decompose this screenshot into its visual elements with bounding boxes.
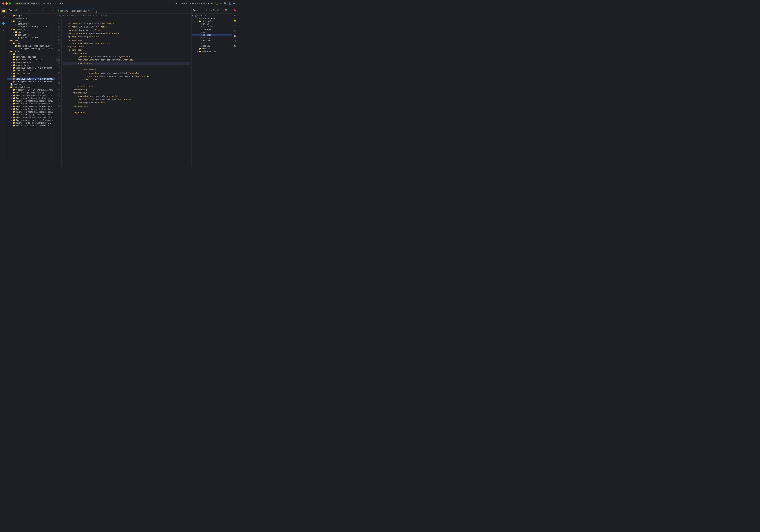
maven-lifecycle-clean[interactable]: ⊕ clean bbox=[192, 22, 232, 25]
settings-button[interactable]: ⚙ bbox=[233, 2, 235, 5]
sidebar-item-test[interactable]: ▾ 📂 test bbox=[7, 39, 55, 42]
search-button[interactable]: 🔍 bbox=[224, 2, 227, 5]
expand-icon[interactable]: ⤢ bbox=[48, 9, 51, 12]
sidebar-item-pomxml[interactable]: 📄 pom.xml bbox=[7, 83, 55, 86]
right-icon-maven-icon[interactable]: m bbox=[233, 28, 237, 33]
sidebar-item-maven-archiver[interactable]: ▶ 📁 maven-archiver bbox=[7, 61, 55, 64]
commit-icon[interactable]: ⎇ bbox=[1, 14, 7, 20]
maven-more-icon[interactable]: ⋯ bbox=[228, 9, 230, 12]
maximize-button[interactable] bbox=[9, 2, 11, 5]
right-icon-spring[interactable]: 🍃 bbox=[233, 44, 237, 48]
breadcrumb-exclusions[interactable]: exclusions bbox=[96, 15, 107, 17]
project-selector[interactable]: SB SpringBootStudy ▾ bbox=[14, 2, 40, 5]
sidebar-item-jackson2[interactable]: ▶ 📁 Maven: com.fasterxml.jackson.core:ja… bbox=[7, 100, 55, 102]
sidebar-item-war-original[interactable]: 📦 SpringBootStudy-0.0.1-SNAPSHOT.war.ori… bbox=[7, 80, 55, 83]
maven-stop-icon[interactable]: ⬛ bbox=[216, 9, 220, 12]
run-button[interactable]: ▶ bbox=[211, 2, 214, 5]
maven-refresh-icon[interactable]: ⟳ bbox=[206, 9, 208, 12]
more-button[interactable]: ⋯ bbox=[219, 2, 222, 5]
code-content-top[interactable]: <artifactId>SpringBootStudy</artifactId>… bbox=[62, 18, 191, 167]
breadcrumb-dependency[interactable]: dependency bbox=[82, 15, 94, 17]
maven-lifecycle-deploy[interactable]: ⊕ deploy bbox=[192, 45, 232, 47]
account-button[interactable]: 👤 bbox=[228, 2, 231, 5]
right-icon-structure[interactable]: ≡ bbox=[233, 13, 237, 18]
right-icon-database[interactable]: 🗄 bbox=[233, 39, 237, 43]
new-tab-button[interactable]: + bbox=[95, 11, 98, 13]
debug-button[interactable]: 🐛 bbox=[215, 2, 218, 5]
maven-search-icon[interactable]: 🔍 bbox=[225, 9, 228, 12]
maven-plugins-folder[interactable]: ▶ 📁 Plugins bbox=[192, 47, 232, 50]
sidebar-item-corretto[interactable]: ▶ 📁 < corretto-17 > /Users/eve/Library/J… bbox=[7, 89, 55, 91]
sidebar-item-extlibs[interactable]: ▾ 📂 External Libraries bbox=[7, 86, 55, 89]
sidebar-item-jackson5[interactable]: ▶ 📁 Maven: com.fasterxml.jackson.datatyp… bbox=[7, 108, 55, 111]
breadcrumb-dependencies[interactable]: dependencies bbox=[67, 15, 80, 17]
sidebar-item-templates[interactable]: ▶ 📁 templates bbox=[7, 33, 55, 36]
breadcrumb-project[interactable]: project bbox=[57, 15, 64, 17]
services-icon[interactable]: ⚙ bbox=[1, 27, 7, 33]
maven-debug-icon[interactable]: 🐛 bbox=[213, 9, 216, 12]
sidebar-item-logback2[interactable]: ▶ 📁 Maven: ch.qos.logback:logback-core:1… bbox=[7, 94, 55, 97]
sidebar-item-test-classes[interactable]: ▶ 📁 test-classes bbox=[7, 72, 55, 75]
sidebar-item-maven-status[interactable]: ▶ 📁 maven-status bbox=[7, 64, 55, 66]
version-control-selector[interactable]: Version control ▾ bbox=[43, 2, 63, 5]
sidebar-item-applicationyml[interactable]: 🍃 application.yml bbox=[7, 36, 55, 39]
sidebar-item-comexample[interactable]: ▾ 📂 com.example.springbootstudy bbox=[7, 45, 55, 47]
maven-lifecycle-test[interactable]: ⊕ test bbox=[192, 31, 232, 33]
sidebar-item-mysql[interactable]: ▶ 📁 Maven: com.mysql:mysql-connector-j:8… bbox=[7, 116, 55, 119]
maven-lifecycle-install[interactable]: ⊕ install bbox=[192, 39, 232, 42]
sidebar-item-testrunner[interactable]: ☕ TestRunner bbox=[7, 22, 55, 25]
maven-collapse-icon[interactable]: ↕ bbox=[220, 9, 222, 12]
sidebar-item-classes[interactable]: ▶ 📁 classes bbox=[7, 53, 55, 56]
maven-profiles[interactable]: ▶ 👤 Profiles bbox=[192, 14, 232, 17]
sidebar-item-logback1[interactable]: ▶ 📁 Maven: ch.qos.logback:logback-classi… bbox=[7, 91, 55, 94]
sidebar-item-vaadin[interactable]: ▶ 📁 Maven: com.vaadin.external.google:an… bbox=[7, 119, 55, 121]
maven-run-icon[interactable]: ▶ bbox=[211, 9, 213, 12]
cog-icon[interactable]: ⚙ bbox=[45, 9, 47, 12]
sidebar-item-springbootapp[interactable]: ☕ SpringBootStudyApplication bbox=[7, 25, 55, 28]
sidebar-item-snapshot-folder[interactable]: ▶ 📁 SpringBootStudy-0.0.1-SNAPSHOT bbox=[7, 66, 55, 69]
minimize-button[interactable] bbox=[6, 2, 8, 5]
sidebar-item-resources[interactable]: ▾ 📂 resources bbox=[7, 28, 55, 31]
maven-lifecycle-folder[interactable]: ▾ 📁 Lifecycle bbox=[192, 20, 232, 22]
sidebar-item-target[interactable]: ▾ 📂 target bbox=[7, 50, 55, 53]
structure-icon[interactable]: 🔷 bbox=[1, 21, 7, 26]
sidebar-arrow[interactable]: ▾ bbox=[29, 9, 30, 11]
editor-more-button[interactable]: ⋯ bbox=[188, 11, 191, 13]
right-icon-gradle[interactable]: 🐘 bbox=[233, 34, 237, 38]
sidebar-item-static[interactable]: ▶ 📁 static bbox=[7, 31, 55, 33]
maven-lifecycle-package[interactable]: ⊕ package bbox=[192, 33, 232, 36]
maven-lifecycle-site[interactable]: ⊕ site bbox=[192, 42, 232, 45]
right-icon-bookmark[interactable]: 🔖 bbox=[233, 8, 237, 13]
maven-filter-icon[interactable]: ⊝ bbox=[222, 9, 224, 12]
close-icon[interactable]: × bbox=[51, 9, 53, 12]
close-button[interactable] bbox=[2, 2, 4, 5]
maven-springbootstudy[interactable]: ▾ m SpringBootStudy bbox=[192, 17, 232, 20]
sync-icon[interactable]: ⟳ bbox=[42, 9, 45, 12]
sidebar-item-jackson4[interactable]: ▶ 📁 Maven: com.fasterxml.jackson.datatyp… bbox=[7, 105, 55, 108]
sidebar-item-usermapper[interactable]: ☕ UserMapper bbox=[7, 17, 55, 20]
maven-add-icon[interactable]: + bbox=[208, 9, 210, 12]
sidebar-item-surefire[interactable]: ▶ 📁 surefire-reports bbox=[7, 69, 55, 72]
sidebar-item-micrometer[interactable]: ▶ 📁 Maven: io.micrometer:micrometer-comm… bbox=[7, 124, 55, 127]
sidebar-item-java2[interactable]: ▾ 📂 java bbox=[7, 42, 55, 45]
sidebar-item-war[interactable]: 📦 SpringBootStudy-0.0.1-SNAPSHOT.war bbox=[7, 77, 55, 80]
sidebar-item-generated-sources[interactable]: ▶ 📁 generated-sources bbox=[7, 56, 55, 58]
sidebar-item-jackson6[interactable]: ▶ 📁 Maven: com.fasterxml.jackson.module:… bbox=[7, 111, 55, 113]
sidebar-item-apptests[interactable]: ☕ SpringBootStudyApplicationTests bbox=[7, 47, 55, 50]
maven-dependencies-folder[interactable]: ▶ 📁 Dependencies bbox=[192, 50, 232, 53]
tab-pomxml-close[interactable]: × bbox=[91, 10, 92, 12]
sidebar-item-zaxxer[interactable]: ▶ 📁 Maven: com.zaxxer:HikariCP:5.1.0 bbox=[7, 121, 55, 124]
sidebar-item-runner[interactable]: ▾ 📂 runner bbox=[7, 20, 55, 22]
maven-lifecycle-validate[interactable]: ⊕ validate bbox=[192, 25, 232, 28]
tab-pomxml[interactable]: m pom.xml (SpringBootStudy) × bbox=[56, 8, 94, 13]
sidebar-item-mapper[interactable]: ▾ 📂 mapper bbox=[7, 14, 55, 17]
sidebar-item-jayway[interactable]: ▶ 📁 Maven: com.jayway.jsonpath:json-path… bbox=[7, 113, 55, 116]
project-icon[interactable]: 📁 bbox=[1, 8, 7, 14]
sidebar-item-test-ids[interactable]: ▶ 📁 test-ids bbox=[7, 75, 55, 77]
right-icon-notifications[interactable]: 🔔 bbox=[233, 18, 237, 23]
right-icon-git[interactable]: ⎇ bbox=[233, 23, 237, 28]
maven-lifecycle-compile[interactable]: ⊕ compile bbox=[192, 28, 232, 31]
sidebar-item-generated-test-sources[interactable]: ▶ 📁 generated-test-sources bbox=[7, 58, 55, 61]
sidebar-item-jackson3[interactable]: ▶ 📁 Maven: com.fasterxml.jackson.core:ja… bbox=[7, 102, 55, 105]
sidebar-item-jackson1[interactable]: ▶ 📁 Maven: com.fasterxml.jackson.core:ja… bbox=[7, 97, 55, 100]
